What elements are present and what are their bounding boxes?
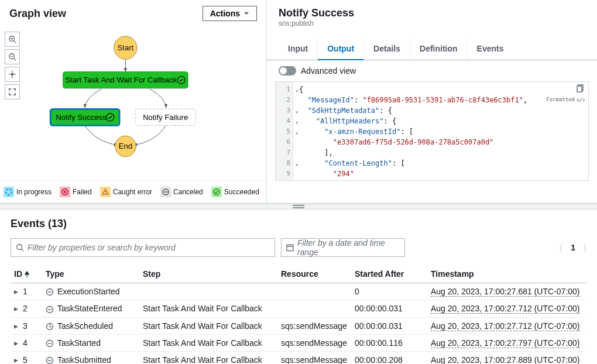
expand-icon[interactable]: ▸ (14, 338, 18, 348)
zoom-out-button[interactable] (5, 49, 20, 64)
advanced-view-toggle[interactable] (279, 66, 296, 75)
events-table: ID Type Step Resource Started After Time… (11, 265, 586, 364)
svg-line-33 (22, 249, 24, 252)
col-id[interactable]: ID (11, 265, 42, 283)
timestamp-link[interactable]: Aug 20, 2023, 17:00:27.797 (UTC-07:00) (431, 338, 580, 348)
copy-icon[interactable] (577, 84, 585, 94)
output-json-viewer[interactable]: Formatted</> 1▾23▾4▾5▾678▾910 { "Message… (275, 81, 589, 181)
col-type[interactable]: Type (42, 265, 139, 283)
svg-rect-28 (577, 86, 582, 92)
status-icon (46, 356, 54, 364)
col-step[interactable]: Step (139, 265, 277, 283)
svg-line-1 (14, 41, 16, 43)
col-started[interactable]: Started After (351, 265, 427, 283)
actions-label: Actions (210, 9, 240, 18)
expand-icon[interactable]: ▸ (14, 287, 18, 296)
table-row[interactable]: ▸ 4TaskStartedStart Task And Wait For Ca… (11, 334, 586, 351)
svg-text:Start: Start (118, 43, 134, 52)
expand-icon[interactable]: ▸ (14, 355, 18, 364)
search-icon (16, 243, 24, 252)
caret-down-icon (243, 11, 249, 16)
status-icon (46, 339, 54, 348)
svg-rect-31 (293, 207, 304, 208)
events-pager: 〈 1 〉 (560, 243, 586, 253)
events-date-filter[interactable]: Filter by a date and time range (281, 238, 405, 257)
state-machine-svg: Start Start Task And Wait For Callback N… (0, 27, 266, 180)
in-progress-icon (4, 187, 14, 197)
timestamp-link[interactable]: Aug 20, 2023, 17:00:27.889 (UTC-07:00) (431, 355, 580, 364)
graph-panel: Graph view Actions (0, 0, 267, 203)
calendar-icon (286, 243, 294, 252)
status-icon (46, 288, 54, 296)
events-title: Events (13) (11, 218, 586, 230)
graph-title: Graph view (9, 8, 66, 20)
table-row[interactable]: ▸ 3TaskScheduledStart Task And Wait For … (11, 317, 586, 334)
page-prev-button[interactable]: 〈 (560, 243, 562, 253)
failed-icon (60, 187, 70, 197)
timestamp-link[interactable]: Aug 20, 2023, 17:00:27.712 (UTC-07:00) (431, 321, 580, 331)
svg-text:</>: </> (577, 97, 585, 103)
table-row[interactable]: ▸ 5TaskSubmittedStart Task And Wait For … (11, 352, 586, 364)
svg-rect-34 (287, 245, 293, 250)
svg-text:Start Task And Wait For Callba: Start Task And Wait For Callback (66, 75, 177, 84)
clock-icon (46, 322, 54, 331)
svg-text:End: End (119, 142, 132, 150)
events-filter-field[interactable] (28, 243, 270, 252)
svg-point-32 (17, 245, 22, 250)
svg-text:Notify Success: Notify Success (56, 113, 107, 122)
graph-canvas-area[interactable]: Start Start Task And Wait For Callback N… (0, 27, 266, 180)
page-number: 1 (571, 243, 575, 252)
events-section: Events (13) Filter by a date and time ra… (0, 210, 597, 364)
graph-legend: In progress Failed Caught error Canceled… (0, 180, 266, 203)
events-filter-input[interactable] (11, 238, 275, 257)
detail-title: Notify Success (279, 7, 585, 19)
col-timestamp[interactable]: Timestamp (427, 265, 586, 283)
timestamp-link[interactable]: Aug 20, 2023, 17:00:27.712 (UTC-07:00) (431, 304, 580, 314)
tab-input[interactable]: Input (279, 38, 318, 60)
table-row[interactable]: ▸ 1ExecutionStarted0Aug 20, 2023, 17:00:… (11, 283, 586, 300)
formatted-label: Formatted</> (546, 96, 585, 103)
col-resource[interactable]: Resource (277, 265, 351, 283)
expand-icon[interactable]: ▸ (14, 304, 18, 313)
svg-line-44 (50, 327, 52, 328)
caught-error-icon (100, 187, 111, 197)
svg-point-7 (11, 73, 13, 75)
tab-events[interactable]: Events (468, 38, 513, 60)
expand-icon[interactable]: ▸ (14, 321, 18, 331)
fullscreen-button[interactable] (5, 84, 20, 99)
tab-definition[interactable]: Definition (410, 38, 468, 60)
detail-subtitle: sns:publish (279, 19, 585, 28)
svg-line-5 (14, 59, 16, 61)
timestamp-link[interactable]: Aug 20, 2023, 17:00:27.681 (UTC-07:00) (431, 287, 580, 297)
sort-icon (25, 271, 29, 278)
svg-text:Notify Failure: Notify Failure (143, 113, 188, 122)
center-button[interactable] (5, 67, 20, 82)
actions-button[interactable]: Actions (203, 6, 257, 21)
svg-point-19 (6, 189, 12, 195)
status-icon (46, 305, 54, 314)
page-next-button[interactable]: 〉 (584, 243, 586, 253)
succeeded-icon (211, 187, 222, 197)
zoom-in-button[interactable] (5, 32, 20, 47)
tab-output[interactable]: Output (318, 38, 364, 60)
advanced-view-label: Advanced view (301, 66, 356, 75)
detail-panel: Notify Success sns:publish Input Output … (267, 0, 597, 203)
pane-splitter[interactable] (0, 204, 597, 210)
date-placeholder: Filter by a date and time range (297, 238, 400, 257)
tab-details[interactable]: Details (364, 38, 410, 60)
table-row[interactable]: ▸ 2TaskStateEnteredStart Task And Wait F… (11, 300, 586, 317)
tabs: Input Output Details Definition Events (267, 38, 597, 60)
svg-rect-30 (293, 205, 304, 206)
canceled-icon (160, 187, 171, 197)
